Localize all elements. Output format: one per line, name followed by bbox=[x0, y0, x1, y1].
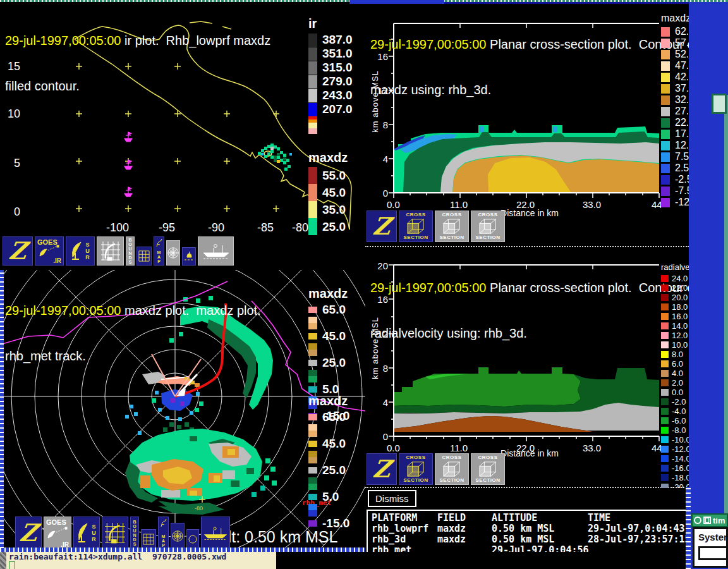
y-tick: 0 bbox=[372, 188, 388, 199]
goes-ir-button[interactable]: GOES .IR bbox=[35, 236, 64, 266]
cross-section-button[interactable]: CROSS SECTION bbox=[435, 211, 469, 242]
window-xsection-maxdz: 29-jul-1997,00:05:00 Planar cross-sectio… bbox=[365, 4, 689, 246]
tim-titlebar[interactable]: tim bbox=[691, 513, 728, 527]
colorbar-segment bbox=[308, 424, 349, 431]
zebra-button[interactable]: Z bbox=[367, 211, 397, 242]
colorbar-segment bbox=[308, 370, 349, 376]
cross-section-button[interactable]: CROSS SECTION bbox=[435, 453, 469, 485]
color-swatch bbox=[661, 275, 669, 282]
bounds-button[interactable]: BOUNDS bbox=[126, 236, 135, 266]
platform-table: PLATFORM FIELD ALTITUDE TIME rhb_lowprf … bbox=[367, 510, 689, 556]
cell-altitude: 0.50 km MSL bbox=[492, 534, 588, 545]
cross-section-button-active[interactable]: CROSS SECTION bbox=[399, 453, 433, 485]
segment-label: 25.0 bbox=[322, 463, 346, 477]
segment-label: 55.0 bbox=[322, 169, 346, 183]
grid-radar-button[interactable] bbox=[102, 517, 128, 549]
ship-button[interactable] bbox=[198, 236, 234, 266]
color-swatch bbox=[308, 61, 317, 75]
color-swatch bbox=[308, 360, 317, 366]
cross-section-button[interactable]: CROSS SECTION bbox=[471, 211, 505, 242]
map-label: MAP bbox=[157, 250, 161, 264]
color-swatch bbox=[308, 123, 317, 128]
zebra-button[interactable]: Z bbox=[3, 236, 33, 266]
colorbar-segment: 25.0 bbox=[308, 463, 349, 477]
tim-window-title: tim bbox=[713, 516, 725, 525]
zebra-button[interactable]: Z bbox=[367, 453, 397, 485]
colorbar-segment bbox=[308, 123, 353, 128]
surveillance-button[interactable]: SUR bbox=[73, 517, 100, 549]
segment-label: 42.5 bbox=[675, 71, 689, 83]
zebra-logo-icon: Z bbox=[18, 521, 39, 545]
color-swatch bbox=[308, 504, 317, 510]
colorbar-title: radialvelocity bbox=[661, 262, 689, 272]
small-grid-button[interactable] bbox=[136, 247, 152, 266]
circle-button[interactable] bbox=[186, 529, 199, 549]
segment-label: -7.5 bbox=[675, 185, 689, 197]
cross-section-button[interactable]: CROSS SECTION bbox=[471, 453, 505, 485]
color-swatch bbox=[308, 317, 317, 323]
ship-button[interactable] bbox=[201, 517, 230, 549]
surveillance-button[interactable]: SUR bbox=[66, 236, 95, 266]
zebra-button[interactable]: Z bbox=[15, 517, 42, 549]
buoy-button[interactable] bbox=[182, 247, 196, 266]
grid-radar-button[interactable] bbox=[97, 236, 124, 266]
colorbar-maxdz-xsec: maxdz 62.5 57.5 52.5 bbox=[661, 13, 689, 208]
satellite-icon bbox=[46, 527, 70, 539]
colorbar-segment: 351.0 bbox=[308, 47, 353, 61]
window-border bbox=[686, 487, 691, 569]
color-swatch bbox=[308, 323, 317, 329]
color-swatch bbox=[308, 333, 317, 340]
colorbar-segment: 22.5 bbox=[661, 117, 689, 128]
color-swatch bbox=[308, 494, 317, 500]
goes-ir-button[interactable]: GOES .IR bbox=[44, 517, 71, 549]
color-swatch bbox=[308, 89, 317, 102]
system-inner-box bbox=[698, 546, 728, 560]
ir-label: .IR bbox=[53, 257, 61, 264]
color-swatch bbox=[661, 39, 670, 48]
polar-web-button[interactable] bbox=[171, 523, 185, 549]
panel-title: 29-jul-1997,00:05:00 Planar cross-sectio… bbox=[370, 250, 689, 371]
terminal-window[interactable]: rain:beaufait:114>xdump.all 970728.0005.… bbox=[0, 550, 276, 569]
cross-section-button-active[interactable]: CROSS SECTION bbox=[399, 211, 433, 242]
terminal-scrollbar[interactable] bbox=[0, 551, 6, 569]
cube-icon bbox=[405, 217, 427, 235]
colorbar-segment: 24.0 bbox=[661, 274, 689, 283]
map-button[interactable]: MAP bbox=[154, 236, 164, 266]
panel-title: 29-jul-1997,00:05:00 ir plot. Rhb_lowprf… bbox=[5, 3, 270, 124]
polar-web-button[interactable] bbox=[166, 240, 180, 266]
window-doc-icon[interactable] bbox=[703, 517, 711, 524]
y-tick: 0 bbox=[3, 205, 20, 219]
colorbar-segment: 22.0 bbox=[661, 283, 689, 293]
color-swatch bbox=[661, 322, 669, 329]
section-label: SECTION bbox=[439, 478, 464, 483]
color-swatch bbox=[661, 50, 670, 59]
colorbar-segment: 0.0 bbox=[661, 388, 689, 397]
zebra-logo-icon: Z bbox=[8, 239, 28, 263]
segment-label: 18.0 bbox=[672, 302, 688, 312]
window-xsection-radialvelocity: 29-jul-1997,00:05:00 Planar cross-sectio… bbox=[365, 246, 689, 488]
color-swatch bbox=[308, 307, 317, 313]
color-swatch bbox=[661, 341, 669, 348]
table-row: rhb_3d maxdz 0.50 km MSL 28-Jul-97,23:57… bbox=[372, 534, 688, 545]
bounds-button[interactable]: BOUNDS bbox=[130, 517, 139, 549]
small-grid-button[interactable] bbox=[141, 529, 156, 549]
segment-label: 2.0 bbox=[672, 378, 683, 388]
color-swatch bbox=[308, 167, 317, 184]
colorbar-segment: 37.5 bbox=[661, 83, 689, 94]
color-swatch bbox=[661, 107, 670, 116]
segment-label: 27.5 bbox=[675, 106, 689, 117]
window-menu-icon[interactable] bbox=[694, 517, 701, 524]
colorbar-segment: -10.0 bbox=[661, 435, 689, 444]
dismiss-button[interactable]: Dismiss bbox=[368, 490, 416, 507]
color-swatch bbox=[308, 128, 317, 134]
color-swatch bbox=[661, 446, 669, 453]
color-swatch bbox=[308, 386, 317, 393]
segment-label: 351.0 bbox=[322, 47, 353, 61]
contour-fill-radialvelocity bbox=[394, 367, 659, 432]
map-button[interactable]: MAP bbox=[158, 517, 169, 549]
grid-icon bbox=[138, 250, 150, 262]
zebra-logo-icon: Z bbox=[372, 214, 392, 238]
cross-label: CROSS bbox=[442, 212, 462, 217]
color-swatch bbox=[661, 313, 669, 320]
segment-label: 5.0 bbox=[322, 490, 339, 504]
